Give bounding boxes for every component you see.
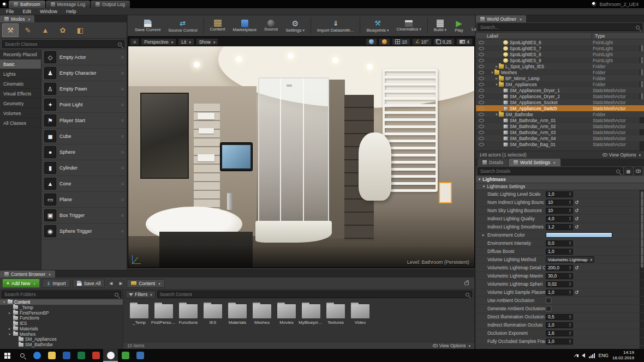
placeable-player-start[interactable]: ⚑ Player Start ≡: [41, 113, 127, 129]
viewport-options-button[interactable]: [130, 38, 139, 45]
visibility-eye-icon[interactable]: [479, 71, 484, 74]
visibility-eye-icon[interactable]: [479, 41, 484, 44]
tree-folder-materials[interactable]: ▸ Materials: [0, 326, 123, 331]
gamepad-attach-button[interactable]: [366, 38, 377, 45]
placeable-box-trigger[interactable]: ▣ Box Trigger ≡: [41, 208, 127, 224]
place-mode-icon[interactable]: ⚒: [2, 23, 19, 37]
number-input[interactable]: 1,0: [546, 339, 573, 345]
drag-grip-icon[interactable]: ≡: [121, 165, 124, 171]
toolbar-settings-button[interactable]: ⚙ Settings: [282, 16, 308, 35]
volume-icon[interactable]: [582, 353, 585, 358]
drag-grip-icon[interactable]: ≡: [121, 213, 124, 218]
reset-to-default-icon[interactable]: ↺: [575, 289, 579, 295]
modes-tab[interactable]: Modes: [0, 15, 34, 22]
paint-mode-icon[interactable]: ✎: [20, 23, 36, 37]
tree-folder-content[interactable]: ▾ Content: [0, 299, 123, 305]
placeable-point-light[interactable]: ✦ Point Light ≡: [41, 97, 127, 113]
lightmass-settings-subheader[interactable]: ▾ Lightmass Settings: [476, 183, 644, 190]
number-input[interactable]: 0,0: [546, 240, 573, 246]
category-lights[interactable]: Lights: [0, 69, 41, 79]
menu-edit[interactable]: Edit: [19, 9, 36, 14]
outliner-search-input[interactable]: [480, 25, 634, 30]
outliner-row-sm-bathrobe-arm-02[interactable]: SM_Bathrobe_Arm_02 StaticMeshActor: [476, 123, 644, 129]
details-search[interactable]: [478, 167, 623, 175]
search-classes-input[interactable]: [5, 41, 116, 47]
visibility-eye-icon[interactable]: [479, 137, 484, 140]
content-folder-myblueprints[interactable]: MyBlueprints: [301, 302, 321, 342]
filters-button[interactable]: Filters: [126, 291, 156, 298]
window-tab-output-log[interactable]: Output Log: [91, 1, 130, 8]
placeable-cylinder[interactable]: ▮ Cylinder ≡: [41, 160, 127, 176]
save-all-button[interactable]: Save All: [73, 279, 105, 288]
camera-speed-control[interactable]: 4: [456, 38, 473, 45]
details-search-input[interactable]: [480, 168, 615, 174]
placeable-empty-actor[interactable]: ◇ Empty Actor ≡: [41, 50, 127, 65]
outliner-row-sm-bathrobe-arm-01[interactable]: SM_Bathrobe_Arm_01 StaticMeshActor: [476, 117, 644, 123]
reset-to-default-icon[interactable]: ↺: [575, 216, 579, 221]
content-folder-materials[interactable]: Materials: [227, 302, 248, 342]
visibility-eye-icon[interactable]: [479, 125, 484, 128]
placeable-sphere-trigger[interactable]: ◉ Sphere Trigger ≡: [41, 224, 127, 239]
visibility-eye-icon[interactable]: [479, 143, 484, 146]
language-indicator[interactable]: ENG: [599, 353, 609, 358]
property-matrix-button[interactable]: ▦: [624, 167, 633, 175]
number-input[interactable]: 0,5: [546, 314, 573, 320]
number-input[interactable]: 30,0: [546, 273, 573, 279]
placeable-plane[interactable]: ▭ Plane ≡: [41, 192, 127, 208]
drag-grip-icon[interactable]: ≡: [121, 55, 124, 60]
visibility-eye-icon[interactable]: [479, 119, 484, 122]
expand-arrow-icon[interactable]: ▾: [494, 82, 499, 87]
visibility-eye-icon[interactable]: [479, 77, 484, 80]
rotation-snap-control[interactable]: ∠10°: [412, 38, 432, 45]
grid-snap-control[interactable]: 10: [392, 38, 410, 45]
drag-grip-icon[interactable]: ≡: [121, 86, 124, 92]
placeable-cone[interactable]: ▲ Cone ≡: [41, 176, 127, 192]
outliner-row-sm-appliances[interactable]: ▾ SM_Appliances Folder: [476, 81, 644, 87]
outliner-row-sm-appliances-dryer-2[interactable]: SM_Appliances_Dryer_2 StaticMeshActor: [476, 93, 644, 99]
reset-to-default-icon[interactable]: ↺: [575, 200, 579, 205]
game-view-button[interactable]: [379, 38, 390, 45]
drag-grip-icon[interactable]: ≡: [121, 134, 124, 139]
visibility-eye-icon[interactable]: [479, 95, 484, 98]
toolbar-content-button[interactable]: Content: [206, 16, 229, 35]
geometry-mode-icon[interactable]: ◧: [72, 23, 88, 37]
show-flags-button[interactable]: Show: [196, 38, 219, 45]
tree-folder-sm-bathrobe[interactable]: SM_Bathrobe: [0, 342, 123, 347]
expand-arrow-icon[interactable]: ▾: [2, 300, 6, 304]
placeable-cube[interactable]: ◼ Cube ≡: [41, 129, 127, 144]
visibility-eye-icon[interactable]: [479, 101, 484, 104]
selected-switch-actor[interactable]: [439, 182, 452, 203]
foliage-mode-icon[interactable]: ✿: [55, 23, 71, 37]
content-folder-video[interactable]: Video: [350, 302, 371, 342]
number-input[interactable]: 0,02: [546, 281, 573, 287]
category-cinematic[interactable]: Cinematic: [0, 79, 41, 89]
drag-grip-icon[interactable]: ≡: [121, 118, 124, 123]
lightmass-section-header[interactable]: ▾ Lightmass: [476, 176, 644, 183]
visibility-eye-icon[interactable]: [479, 107, 484, 110]
word-icon[interactable]: [59, 349, 74, 362]
number-input[interactable]: 1,0: [546, 289, 573, 295]
browser-icon[interactable]: [29, 349, 44, 362]
expand-arrow-icon[interactable]: ▸: [482, 233, 484, 237]
toolbar-marketplace-button[interactable]: Marketplace: [229, 16, 261, 35]
number-input[interactable]: 4,0: [546, 216, 573, 222]
start-button[interactable]: [0, 349, 15, 362]
toolbar-cinematics-button[interactable]: Cinematics: [393, 16, 425, 35]
search-content-input[interactable]: [160, 292, 464, 297]
toolbar-build-button[interactable]: Build: [430, 16, 450, 35]
details-view-options-button[interactable]: [634, 167, 642, 175]
content-folder-functions[interactable]: Functions: [178, 302, 199, 342]
menu-file[interactable]: File: [2, 9, 19, 14]
number-input[interactable]: 1,2: [546, 224, 573, 230]
app-red-icon[interactable]: [88, 349, 103, 362]
window-tab-message-log[interactable]: Message Log: [46, 1, 90, 8]
toolbar-blueprints-button[interactable]: ⚒ Blueprints: [362, 16, 392, 35]
toolbar-import-datasmith-button[interactable]: ⇓ Import Datasmith...: [313, 16, 358, 35]
outliner-row-l-spot-lights-ies[interactable]: ▸ L_Spot_Lights_IES Folder: [476, 63, 644, 69]
visibility-eye-icon[interactable]: [479, 59, 484, 62]
tree-folder-functions[interactable]: Functions: [0, 315, 123, 321]
checkbox[interactable]: [546, 306, 551, 311]
menu-window[interactable]: Window: [35, 9, 62, 14]
number-input[interactable]: 1,0: [546, 322, 573, 328]
outliner-row-sm-appliances-socket[interactable]: SM_Appliances_Socket StaticMeshActor: [476, 99, 644, 105]
